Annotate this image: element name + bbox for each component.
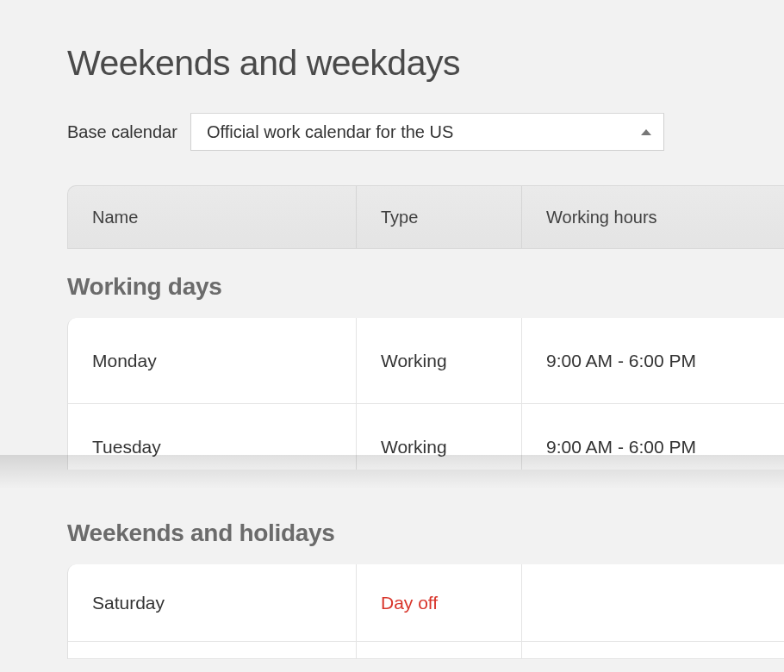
- cell-name: Tuesday: [68, 437, 356, 457]
- table-row[interactable]: Monday Working 9:00 AM - 6:00 PM: [68, 318, 784, 404]
- table-header: Name Type Working hours: [67, 185, 784, 249]
- col-header-hours: Working hours: [521, 186, 784, 248]
- page-title: Weekends and weekdays: [67, 43, 784, 84]
- col-header-name: Name: [68, 208, 356, 227]
- cell-type: Working: [356, 318, 521, 403]
- day-off-label: Day off: [381, 593, 438, 613]
- cell-hours: [521, 564, 784, 641]
- base-calendar-row: Base calendar Official work calendar for…: [67, 113, 784, 151]
- cell-hours: 9:00 AM - 6:00 PM: [521, 318, 784, 403]
- base-calendar-label: Base calendar: [67, 122, 177, 142]
- cell-name: Monday: [68, 351, 356, 371]
- working-days-table: Monday Working 9:00 AM - 6:00 PM Tuesday…: [67, 318, 784, 490]
- base-calendar-value: Official work calendar for the US: [207, 122, 453, 142]
- section-heading-weekends: Weekends and holidays: [67, 520, 784, 547]
- col-header-type: Type: [356, 186, 521, 248]
- table-row[interactable]: Saturday Day off: [68, 564, 784, 642]
- cell-name: Saturday: [68, 593, 356, 613]
- section-heading-working: Working days: [67, 273, 784, 301]
- table-row[interactable]: [68, 642, 784, 659]
- cell-type: Day off: [356, 564, 521, 641]
- chevron-up-icon: [641, 129, 651, 135]
- weekends-table: Saturday Day off: [67, 564, 784, 659]
- base-calendar-select[interactable]: Official work calendar for the US: [190, 113, 664, 151]
